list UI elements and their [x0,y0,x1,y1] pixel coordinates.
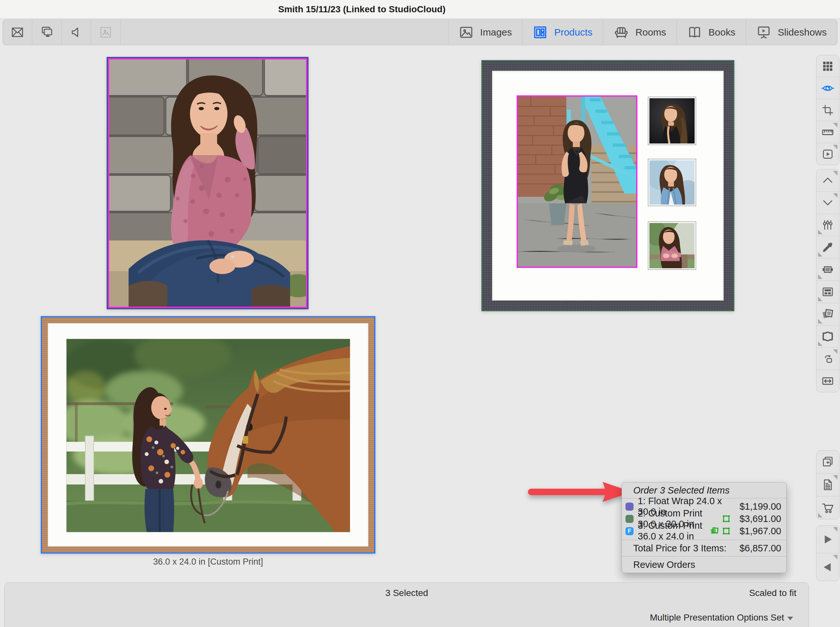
image-selection-button[interactable] [91,20,121,45]
submenu-indicator [818,252,823,257]
slideshow-screen-button[interactable] [816,143,839,165]
tab-slideshows-label: Slideshows [778,27,827,38]
frame-icon [722,526,731,536]
flip-button[interactable] [816,370,839,392]
order-document-button[interactable] [816,473,839,496]
shopping-cart-button[interactable] [816,496,839,519]
sidebar-group-view [816,55,839,165]
submenu-indicator [818,319,823,323]
add-pages-button[interactable] [816,451,839,473]
image-slot[interactable] [648,221,696,270]
tab-images[interactable]: Images [448,20,522,45]
selected-image-highlight[interactable] [517,95,637,268]
review-orders-label: Review Orders [633,559,695,570]
image-slot[interactable] [648,97,696,145]
submenu-indicator [833,475,837,480]
play-back-button[interactable] [816,553,839,581]
product-custom-print-30x30[interactable] [481,60,735,311]
play-forward-icon [821,533,834,546]
preview-eye-icon [821,82,834,95]
adjustments-button[interactable] [816,214,839,236]
crop-button[interactable] [816,99,839,121]
tab-products[interactable]: Products [522,20,602,45]
products-icon [533,25,547,40]
mat-button[interactable] [816,258,839,280]
review-orders-item[interactable]: Review Orders [622,556,787,573]
photo-frame-opening [66,339,350,532]
submenu-indicator [833,123,837,128]
layout-button[interactable] [816,280,839,303]
sidebar-group-order [816,450,839,519]
books-icon [687,25,702,40]
submenu-indicator [818,274,823,279]
order-document-icon [821,479,834,491]
ruler-icon [821,126,834,139]
move-up-button[interactable] [816,169,839,191]
email-share-button[interactable] [3,20,32,45]
eyedropper-icon [822,241,834,253]
toolbar-left-group [3,20,121,45]
move-down-button[interactable] [816,191,839,214]
frame-icon [722,514,731,523]
submenu-indicator [833,555,837,559]
order-popup-menu: Order 3 Selected Items 1: Float Wrap 24.… [621,482,787,573]
add-pages-icon [821,456,834,468]
photo-headshot-denim [650,160,695,205]
tab-rooms[interactable]: Rooms [603,20,676,45]
rotate-icon [821,353,834,365]
main-toolbar: Images Products Rooms Books [3,19,837,45]
proselect-window: Smith 15/11/23 (Linked to StudioCloud) I… [0,0,840,627]
tab-books-label: Books [708,27,735,38]
frame-button[interactable] [816,325,839,347]
mat-icon [821,263,834,276]
title-bar: Smith 15/11/23 (Linked to StudioCloud) [0,0,840,19]
sidebar-group-edit [816,169,839,392]
product-float-wrap-24x30[interactable] [107,57,308,309]
order-item-3[interactable]: F 3: Custom Print 36.0 x 24.0 in $1,967.… [622,525,787,537]
submenu-indicator [833,145,837,149]
tab-rooms-label: Rooms [636,27,666,38]
external-display-icon [40,25,53,39]
preview-eye-button[interactable] [816,77,839,99]
rotate-button[interactable] [816,347,839,370]
speaker-button[interactable] [62,20,91,45]
product-custom-print-36x24[interactable] [41,316,375,554]
tab-images-label: Images [480,27,512,38]
sidebar-group-navigate [816,525,839,581]
photo-portrait-pink-top [109,60,306,307]
order-popup-items: 1: Float Wrap 24.0 x 30.0 in $1,199.00 2… [622,498,787,540]
product-caption: 36.0 x 24.0 in [Custom Print] [153,557,263,567]
grid-view-button[interactable] [816,55,839,77]
tab-slideshows[interactable]: Slideshows [746,20,837,45]
flip-icon [821,375,834,388]
images-icon [459,25,473,40]
order-total-row: Total Price for 3 Items: $6,857.00 [622,540,787,556]
mats-icon [710,526,719,536]
ruler-button[interactable] [816,121,839,143]
item-color-swatch [626,515,634,523]
image-slot[interactable] [648,159,696,206]
item-color-swatch: F [626,527,634,535]
mode-tabs: Images Products Rooms Books [448,20,837,45]
photo-headshot-black-bg [650,98,695,143]
mat-board [492,71,724,301]
stacked-frames-button[interactable] [816,303,839,325]
submenu-indicator [833,350,837,354]
submenu-indicator [833,527,837,532]
submenu-indicator [818,341,823,346]
play-forward-button[interactable] [816,526,839,553]
external-display-button[interactable] [32,20,62,45]
crop-icon [821,104,834,117]
submenu-indicator [818,297,823,301]
tab-books[interactable]: Books [676,20,746,45]
item-color-swatch [626,503,634,510]
submenu-indicator [818,230,823,234]
order-total-price: $6,857.00 [736,543,781,554]
submenu-indicator [818,513,823,517]
order-total-label: Total Price for 3 Items: [633,543,727,554]
presentation-options-dropdown[interactable]: Multiple Presentation Options Set [650,613,793,623]
chevron-up-icon [821,174,834,187]
email-share-icon [11,25,24,39]
eyedropper-button[interactable] [816,236,839,258]
photo-girl-with-horse [66,339,350,532]
